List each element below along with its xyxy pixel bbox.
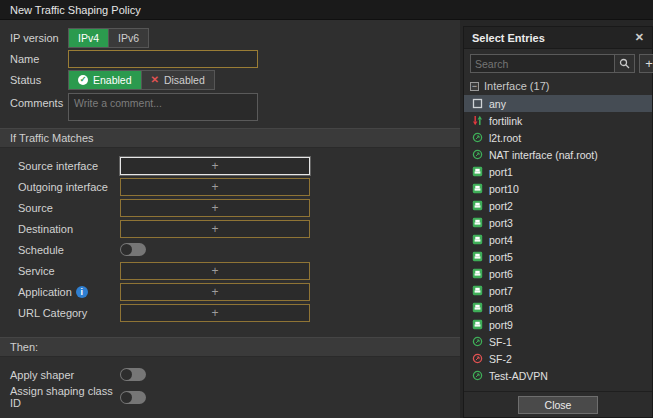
- entry-port4[interactable]: port4: [464, 231, 652, 248]
- section-then: Then:: [0, 337, 460, 357]
- form-row-status: Status Enabled Disabled: [0, 69, 460, 90]
- form-row-url-category: URL Category+: [0, 302, 460, 323]
- entry-port1[interactable]: port1: [464, 163, 652, 180]
- entry-label: Test-ADVPN: [489, 370, 548, 382]
- entry-label: port10: [489, 183, 519, 195]
- form-row-assign-shaping-class-id: Assign shaping class ID: [0, 385, 460, 409]
- outgoing-interface-picker[interactable]: +: [120, 178, 310, 196]
- destination-picker[interactable]: +: [120, 220, 310, 238]
- source-picker[interactable]: +: [120, 199, 310, 217]
- entry-label: port9: [489, 319, 513, 331]
- search-box: [470, 54, 635, 73]
- status-segment: Enabled Disabled: [68, 70, 215, 90]
- field-label: Destination: [18, 223, 120, 235]
- search-input[interactable]: [471, 55, 614, 72]
- section-if-traffic-matches: If Traffic Matches: [0, 128, 460, 148]
- form-row-name: Name: [0, 48, 460, 69]
- field-label: Status: [10, 74, 68, 86]
- tunnel-red-icon: [472, 353, 483, 364]
- select-entries-panel: Select Entries ✕ + − Interface (17) anyf…: [463, 26, 653, 418]
- info-icon[interactable]: [76, 286, 88, 298]
- panel-title: Select Entries: [472, 32, 545, 44]
- form-row-apply-shaper: Apply shaper: [0, 364, 460, 385]
- port-icon: [472, 217, 483, 228]
- entry-port6[interactable]: port6: [464, 265, 652, 282]
- url-category-picker[interactable]: +: [120, 304, 310, 322]
- port-icon: [472, 166, 483, 177]
- tunnel-green-icon: [472, 149, 483, 160]
- entry-test-advpn[interactable]: Test-ADVPN: [464, 367, 652, 384]
- entry-label: port1: [489, 166, 513, 178]
- status-enabled-button[interactable]: Enabled: [69, 71, 141, 89]
- traffic-match-rows: Source interface+Outgoing interface+Sour…: [0, 155, 460, 323]
- entry-port9[interactable]: port9: [464, 316, 652, 333]
- application-picker[interactable]: +: [120, 283, 310, 301]
- schedule-toggle[interactable]: [120, 243, 146, 256]
- ipv6-button[interactable]: IPv6: [108, 29, 148, 47]
- entry-sf-2[interactable]: SF-2: [464, 350, 652, 367]
- entry-label: port5: [489, 251, 513, 263]
- entry-list: anyfortilinkl2t.rootNAT interface (naf.r…: [464, 95, 652, 391]
- apply-shaper-toggle[interactable]: [120, 368, 146, 381]
- form-row-application: Application+: [0, 281, 460, 302]
- interface-group-header[interactable]: − Interface (17): [464, 78, 652, 95]
- comments-textarea[interactable]: [68, 93, 258, 121]
- form-row-comments: Comments: [0, 90, 460, 121]
- entry-label: any: [489, 98, 506, 110]
- entry-l2t-root[interactable]: l2t.root: [464, 129, 652, 146]
- add-entry-button[interactable]: +: [639, 54, 653, 73]
- close-button[interactable]: Close: [518, 396, 598, 414]
- window-title: New Traffic Shaping Policy: [0, 0, 653, 20]
- entry-port2[interactable]: port2: [464, 197, 652, 214]
- service-picker[interactable]: +: [120, 262, 310, 280]
- port-icon: [472, 285, 483, 296]
- entry-label: port6: [489, 268, 513, 280]
- ip-version-segment: IPv4 IPv6: [68, 28, 149, 48]
- form-row-source-interface: Source interface+: [0, 155, 460, 176]
- source-interface-picker[interactable]: +: [120, 157, 310, 175]
- entry-sf-1[interactable]: SF-1: [464, 333, 652, 350]
- entry-port3[interactable]: port3: [464, 214, 652, 231]
- entry-port10[interactable]: port10: [464, 180, 652, 197]
- status-disabled-button[interactable]: Disabled: [141, 71, 214, 89]
- entry-nat-interface-naf-root[interactable]: NAT interface (naf.root): [464, 146, 652, 163]
- entry-port8[interactable]: port8: [464, 299, 652, 316]
- field-label: Service: [18, 265, 120, 277]
- port-icon: [472, 234, 483, 245]
- assign-shaping-class-id-toggle[interactable]: [120, 391, 146, 404]
- field-label: Schedule: [18, 244, 120, 256]
- entry-port7[interactable]: port7: [464, 282, 652, 299]
- close-panel-icon[interactable]: ✕: [635, 31, 644, 44]
- port-icon: [472, 319, 483, 330]
- form-row-schedule: Schedule: [0, 239, 460, 260]
- collapse-icon[interactable]: −: [470, 82, 479, 91]
- entry-any[interactable]: any: [464, 95, 652, 112]
- name-input[interactable]: [68, 50, 258, 68]
- entry-label: port2: [489, 200, 513, 212]
- field-label: Source: [18, 202, 120, 214]
- form-row-service: Service+: [0, 260, 460, 281]
- search-icon[interactable]: [614, 55, 634, 72]
- entry-label: SF-1: [489, 336, 512, 348]
- field-label: Outgoing interface: [18, 181, 120, 193]
- then-rows: Apply shaperAssign shaping class ID: [0, 364, 460, 409]
- entry-label: port4: [489, 234, 513, 246]
- port-icon: [472, 268, 483, 279]
- field-label: Name: [10, 53, 68, 65]
- port-icon: [472, 200, 483, 211]
- field-label: Source interface: [18, 160, 120, 172]
- port-icon: [472, 302, 483, 313]
- field-label: Apply shaper: [10, 369, 120, 381]
- interface-group-label: Interface (17): [484, 80, 549, 92]
- field-label: Comments: [10, 97, 68, 109]
- entry-label: l2t.root: [489, 132, 521, 144]
- entry-fortilink[interactable]: fortilink: [464, 112, 652, 129]
- form-row-source: Source+: [0, 197, 460, 218]
- tunnel-green-icon: [472, 132, 483, 143]
- entry-port5[interactable]: port5: [464, 248, 652, 265]
- any-square-icon: [472, 98, 483, 109]
- panel-footer: Close: [464, 391, 652, 417]
- traffic-shaping-policy-form: IP version IPv4 IPv6 Name Status Enabled…: [0, 20, 460, 418]
- ipv4-button[interactable]: IPv4: [69, 29, 108, 47]
- entry-label: port7: [489, 285, 513, 297]
